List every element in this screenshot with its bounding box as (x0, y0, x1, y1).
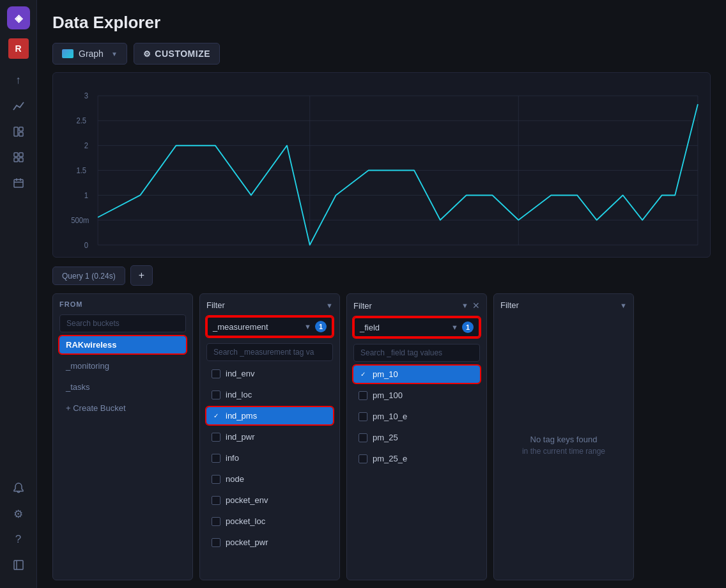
filter-item-ind-loc[interactable]: ind_loc (206, 386, 333, 403)
add-query-button[interactable]: + (130, 265, 153, 286)
checkbox-pocket-pwr[interactable] (212, 538, 220, 547)
chart-icon (62, 49, 73, 58)
search-buckets-input[interactable] (59, 314, 186, 332)
checkbox-pm25e[interactable] (359, 454, 367, 463)
filter-measurement-badge: 1 (315, 321, 327, 332)
checkbox-info[interactable] (212, 454, 220, 463)
bucket-item-rakwireless[interactable]: RAKwireless (59, 336, 186, 353)
page-title: Data Explorer (52, 13, 711, 33)
app-logo[interactable]: ◈ (7, 6, 30, 29)
filter-item-pm100[interactable]: pm_100 (353, 387, 480, 404)
filter-item-pocket-loc[interactable]: pocket_loc (206, 513, 333, 530)
checkbox-pm10e[interactable] (359, 412, 367, 421)
filter-item-ind-pms[interactable]: ✓ ind_pms (206, 407, 333, 424)
filter-item-ind-env[interactable]: ind_env (206, 365, 333, 382)
checkbox-ind-env[interactable] (212, 369, 220, 378)
builder-row: FROM RAKwireless _monitoring _tasks + Cr… (52, 293, 711, 580)
tag-panel-title: Filter (500, 300, 519, 310)
filter-item-pocket-pwr[interactable]: pocket_pwr (206, 534, 333, 551)
query-tab[interactable]: Query 1 (0.24s) (52, 267, 125, 285)
filter-field-key-chevron: ▼ (451, 323, 458, 331)
filter-measurement-panel: Filter ▼ _measurement ▼ 1 ind_env ind_lo… (199, 293, 340, 580)
chart-line-icon[interactable] (7, 95, 30, 118)
checkbox-ind-loc[interactable] (212, 391, 220, 399)
filter-measurement-key-chevron: ▼ (304, 323, 311, 330)
svg-text:500m: 500m (71, 216, 89, 224)
expand-icon[interactable] (7, 553, 30, 576)
customize-label: CUSTOMIZE (155, 49, 210, 59)
svg-text:0: 0 (84, 241, 88, 249)
filter-item-pm25e[interactable]: pm_25_e (353, 450, 480, 467)
filter-field-key-label: _field (360, 323, 447, 332)
svg-rect-2 (19, 132, 23, 136)
filter-field-search[interactable] (353, 344, 480, 362)
svg-text:3: 3 (84, 92, 88, 100)
help-icon[interactable]: ? (7, 528, 30, 551)
svg-rect-4 (19, 153, 23, 157)
filter-item-pm25[interactable]: pm_25 (353, 429, 480, 446)
filter-field-panel: Filter ▼ ✕ _field ▼ 1 ✓ pm_10 pm_100 (346, 293, 487, 580)
svg-text:2024-08-08 14:30:00: 2024-08-08 14:30:00 (65, 251, 131, 252)
checkbox-node[interactable] (212, 475, 220, 484)
checkbox-pm100[interactable] (359, 391, 367, 400)
filter-measurement-key[interactable]: _measurement ▼ 1 (206, 316, 333, 337)
checkbox-pocket-loc[interactable] (212, 517, 220, 526)
customize-button[interactable]: ⚙ CUSTOMIZE (134, 43, 220, 65)
checkbox-pm25[interactable] (359, 433, 367, 442)
filter-item-node[interactable]: node (206, 470, 333, 488)
filter-item-pm10[interactable]: ✓ pm_10 (353, 366, 480, 383)
svg-text:2: 2 (84, 142, 88, 150)
svg-text:1.5: 1.5 (76, 167, 86, 174)
checkbox-pm10[interactable]: ✓ (359, 370, 367, 379)
filter-field-key[interactable]: _field ▼ 1 (353, 317, 480, 337)
toolbar: Graph ▼ ⚙ CUSTOMIZE (52, 43, 711, 65)
svg-rect-11 (14, 561, 23, 569)
no-tag-keys-message: No tag keys found in the current time ra… (500, 316, 627, 573)
svg-rect-7 (14, 180, 23, 187)
svg-rect-3 (14, 153, 18, 157)
svg-text:1: 1 (84, 191, 88, 199)
sidebar: ◈ R ↑ ⚙ ? (0, 0, 37, 588)
filter-field-header: Filter ▼ ✕ (353, 300, 480, 311)
filter-item-pm10e[interactable]: pm_10_e (353, 408, 480, 425)
query-bar: Query 1 (0.24s) + (52, 265, 711, 286)
filter-item-pocket-env[interactable]: pocket_env (206, 491, 333, 509)
layout-icon[interactable] (7, 120, 30, 143)
upload-icon[interactable]: ↑ (7, 69, 30, 92)
calendar-icon[interactable] (7, 171, 30, 194)
tag-panel-chevron[interactable]: ▼ (620, 302, 627, 309)
filter-item-ind-pwr[interactable]: ind_pwr (206, 428, 333, 445)
dashboard-icon[interactable] (7, 146, 30, 169)
filter-measurement-search[interactable] (206, 343, 333, 361)
svg-text:2.5: 2.5 (76, 117, 86, 125)
chevron-down-icon: ▼ (111, 50, 118, 58)
from-panel: FROM RAKwireless _monitoring _tasks + Cr… (52, 293, 193, 580)
create-bucket-button[interactable]: + Create Bucket (59, 399, 186, 417)
checkbox-ind-pwr[interactable] (212, 433, 220, 442)
bucket-item-monitoring[interactable]: _monitoring (59, 357, 186, 375)
filter-measurement-controls: ▼ (326, 302, 333, 309)
filter-measurement-header: Filter ▼ (206, 300, 333, 310)
filter-field-controls: ▼ ✕ (461, 300, 480, 311)
filter-item-info[interactable]: info (206, 449, 333, 467)
svg-text:2024-08-08 14:45:00: 2024-08-08 14:45:00 (277, 251, 343, 252)
filter-field-chevron[interactable]: ▼ (461, 302, 468, 309)
checkbox-pocket-env[interactable] (212, 496, 220, 505)
filter-measurement-chevron[interactable]: ▼ (326, 302, 333, 309)
svg-rect-0 (14, 127, 18, 136)
filter-field-badge: 1 (462, 321, 474, 333)
gear-icon: ⚙ (143, 49, 151, 59)
query-tab-time: (0.24s) (91, 272, 115, 281)
settings-icon[interactable]: ⚙ (7, 502, 30, 525)
checkbox-ind-pms[interactable]: ✓ (212, 412, 220, 421)
bucket-item-tasks[interactable]: _tasks (59, 378, 186, 396)
filter-field-title: Filter (353, 301, 372, 311)
bell-icon[interactable] (7, 477, 30, 500)
user-avatar[interactable]: R (8, 38, 29, 59)
filter-measurement-title: Filter (206, 300, 225, 310)
graph-button[interactable]: Graph ▼ (52, 43, 127, 65)
svg-rect-1 (19, 127, 23, 131)
filter-field-close[interactable]: ✕ (472, 300, 480, 311)
no-tag-keys-sub: in the current time range (522, 447, 605, 456)
tag-panel-header: Filter ▼ (500, 300, 627, 310)
